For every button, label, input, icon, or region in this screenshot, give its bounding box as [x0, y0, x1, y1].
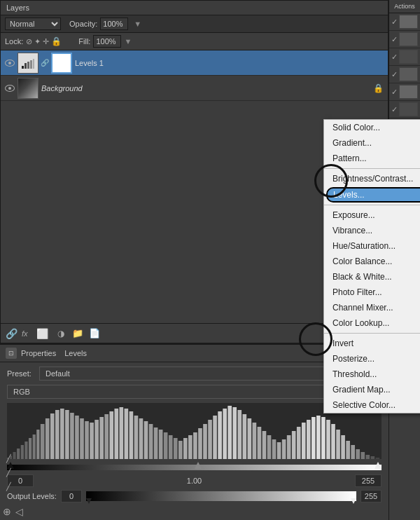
- new-layer-circle: [299, 322, 332, 356]
- list-item[interactable]: ✓: [389, 66, 420, 83]
- table-row[interactable]: Background 🔒: [1, 76, 388, 101]
- menu-item-hue-saturation[interactable]: Hue/Saturation...: [324, 238, 420, 254]
- layer-visibility-icon[interactable]: [5, 83, 15, 93]
- layer-adjustment-thumbnail: [18, 53, 38, 74]
- blend-mode-select[interactable]: Normal: [5, 18, 61, 30]
- svg-rect-78: [356, 449, 360, 459]
- svg-rect-22: [80, 418, 84, 459]
- svg-rect-44: [188, 435, 192, 459]
- menu-item-solid-color[interactable]: Solid Color...: [324, 120, 420, 135]
- background-lock-icon: 🔒: [373, 83, 384, 93]
- action-thumbnail: [399, 67, 418, 81]
- channel-select[interactable]: RGB Red Green Blue: [7, 385, 349, 399]
- menu-item-posterize[interactable]: Posterize...: [324, 351, 420, 367]
- lock-transparent-icon[interactable]: ⊘: [26, 37, 32, 46]
- clip-to-layer-icon[interactable]: ⊕: [3, 506, 11, 517]
- list-item[interactable]: ✓: [389, 13, 420, 31]
- svg-rect-68: [307, 420, 311, 459]
- menu-item-gradient-map[interactable]: Gradient Map...: [324, 382, 420, 397]
- svg-rect-8: [17, 449, 20, 459]
- link-icon[interactable]: 🔗: [5, 327, 18, 340]
- svg-rect-60: [267, 435, 272, 459]
- svg-rect-42: [178, 441, 183, 459]
- svg-rect-43: [183, 438, 188, 459]
- eyedropper-white-icon[interactable]: ╱: [3, 481, 14, 492]
- fx-label[interactable]: fx: [22, 329, 28, 338]
- output-slider-track[interactable]: [86, 491, 356, 501]
- input-gamma-value[interactable]: 1.00: [187, 477, 202, 485]
- action-thumbnail: [399, 15, 418, 29]
- svg-rect-49: [213, 416, 217, 459]
- menu-item-threshold[interactable]: Threshold...: [324, 367, 420, 382]
- adjustment-icon[interactable]: ◑: [55, 327, 67, 340]
- view-previous-state-icon[interactable]: ◁: [15, 506, 23, 517]
- svg-rect-20: [70, 413, 74, 459]
- svg-rect-55: [242, 414, 246, 459]
- list-item[interactable]: ✓: [389, 83, 420, 101]
- white-slider-handle[interactable]: [374, 462, 382, 469]
- svg-rect-73: [331, 424, 335, 459]
- new-layer-icon[interactable]: 📄: [88, 327, 101, 340]
- output-black-value[interactable]: [61, 490, 82, 502]
- preset-label: Preset:: [7, 369, 35, 378]
- check-icon: ✓: [391, 18, 398, 27]
- action-thumbnail: [399, 32, 418, 46]
- list-item[interactable]: ✓: [389, 101, 420, 118]
- svg-rect-32: [130, 411, 134, 459]
- menu-item-pattern[interactable]: Pattern...: [324, 151, 420, 166]
- svg-rect-14: [41, 424, 45, 459]
- svg-rect-19: [65, 410, 69, 459]
- svg-rect-0: [22, 66, 24, 69]
- list-item[interactable]: ✓: [389, 31, 420, 48]
- svg-rect-57: [253, 423, 257, 459]
- menu-item-black-white[interactable]: Black & White...: [324, 269, 420, 285]
- svg-rect-37: [154, 427, 158, 459]
- svg-rect-51: [223, 409, 227, 459]
- lock-all-icon[interactable]: 🔒: [51, 36, 62, 46]
- svg-rect-29: [114, 409, 118, 459]
- menu-item-vibrance[interactable]: Vibrance...: [324, 223, 420, 238]
- menu-separator: [324, 333, 420, 334]
- layer-visibility-icon[interactable]: [5, 58, 15, 68]
- actions-title: Actions: [389, 0, 420, 13]
- svg-rect-2: [27, 62, 29, 69]
- menu-item-color-lookup[interactable]: Color Lookup...: [324, 315, 420, 331]
- lock-position-icon[interactable]: ✛: [43, 37, 49, 46]
- svg-rect-77: [351, 445, 355, 459]
- folder-icon[interactable]: 📁: [71, 327, 84, 340]
- fill-input[interactable]: [93, 35, 121, 48]
- svg-rect-63: [282, 439, 286, 459]
- properties-tool-icons: ╱ ╱ ╱: [3, 453, 14, 492]
- menu-item-invert[interactable]: Invert: [324, 336, 420, 351]
- svg-rect-79: [360, 452, 365, 459]
- svg-rect-80: [365, 455, 370, 459]
- menu-item-photo-filter[interactable]: Photo Filter...: [324, 285, 420, 300]
- eyedropper-gray-icon[interactable]: ╱: [3, 467, 14, 478]
- svg-rect-27: [104, 414, 108, 459]
- opacity-input[interactable]: [100, 18, 128, 30]
- eyedropper-black-icon[interactable]: ╱: [3, 453, 14, 464]
- lock-image-icon[interactable]: ✦: [34, 37, 41, 46]
- output-white-value[interactable]: [360, 490, 382, 502]
- svg-rect-28: [109, 411, 113, 459]
- svg-rect-71: [321, 417, 326, 459]
- menu-item-color-balance[interactable]: Color Balance...: [324, 254, 420, 269]
- menu-item-selective-color[interactable]: Selective Color...: [324, 397, 420, 413]
- opacity-label: Opacity:: [69, 20, 97, 28]
- menu-item-gradient[interactable]: Gradient...: [324, 135, 420, 151]
- input-white-value[interactable]: [355, 474, 382, 487]
- svg-rect-1: [24, 63, 27, 69]
- menu-item-exposure[interactable]: Exposure...: [324, 207, 420, 223]
- check-icon: ✓: [391, 70, 398, 79]
- svg-rect-26: [99, 417, 104, 459]
- list-item[interactable]: ✓: [389, 48, 420, 66]
- svg-rect-23: [85, 421, 89, 459]
- svg-rect-58: [258, 427, 262, 459]
- menu-item-channel-mixer[interactable]: Channel Mixer...: [324, 300, 420, 315]
- levels-tab-label: Levels: [64, 349, 87, 357]
- layer-link-icon: 🔗: [41, 59, 48, 67]
- gamma-slider-handle[interactable]: [195, 462, 202, 469]
- action-thumbnail: [399, 50, 418, 64]
- table-row[interactable]: 🔗 Levels 1: [1, 50, 388, 76]
- add-mask-icon[interactable]: ⬜: [36, 327, 49, 340]
